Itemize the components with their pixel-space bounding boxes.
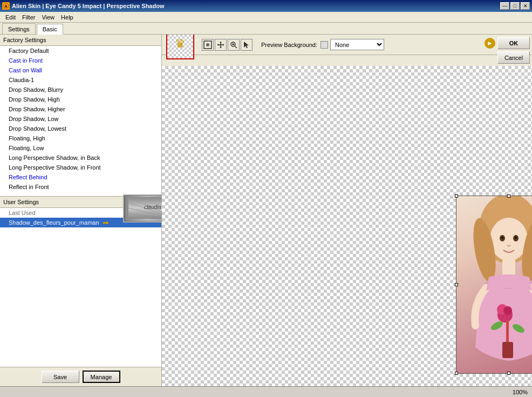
ok-button[interactable]: OK <box>497 37 530 49</box>
preview-bg-select[interactable]: None White Black Custom <box>330 39 384 50</box>
svg-text:claudia: claudia <box>144 204 161 210</box>
menu-filter[interactable]: Filter <box>19 13 38 22</box>
right-toolbar: ♛ <box>162 35 532 55</box>
ok-cancel-area: ► OK Cancel <box>485 37 530 64</box>
maximize-button[interactable]: □ <box>510 2 520 10</box>
subject-image <box>456 196 532 373</box>
zoom-icon-button[interactable] <box>228 39 240 51</box>
svg-point-11 <box>206 43 209 46</box>
list-item-long-persp-back[interactable]: Long Perspective Shadow, in Back <box>0 153 161 163</box>
svg-rect-26 <box>502 342 513 358</box>
list-item-factory-default[interactable]: Factory Default <box>0 46 161 56</box>
left-panel: Factory Settings Factory Default Cast in… <box>0 35 162 386</box>
handle-bottom-mid[interactable] <box>507 372 510 375</box>
list-item-floating-low[interactable]: Floating, Low <box>0 143 161 153</box>
list-item-long-persp-front[interactable]: Long Perspective Shadow, in Front <box>0 163 161 172</box>
factory-settings-section: Factory Settings Factory Default Cast in… <box>0 35 161 197</box>
save-button[interactable]: Save <box>42 371 79 383</box>
tabs-bar: Settings Basic <box>0 23 532 35</box>
bottom-buttons: Save Manage <box>0 367 161 386</box>
svg-line-13 <box>235 46 237 48</box>
preview-area <box>162 66 532 386</box>
svg-point-31 <box>501 237 503 239</box>
minimize-button[interactable]: — <box>500 2 509 10</box>
status-bar: 100% <box>0 386 532 397</box>
handle-top-left[interactable] <box>455 194 458 198</box>
list-item-drop-shadow-blurry[interactable]: Drop Shadow, Blurry <box>0 85 161 95</box>
factory-settings-list[interactable]: Factory Default Cast in Front Cast on Wa… <box>0 46 161 196</box>
menu-help[interactable]: Help <box>58 13 77 22</box>
tab-basic[interactable]: Basic <box>37 24 63 35</box>
pan-icon-button[interactable] <box>215 39 227 51</box>
cancel-button[interactable]: Cancel <box>497 51 530 64</box>
window-controls: — □ ✕ <box>500 2 530 10</box>
ok-button-area: ► OK <box>485 37 530 49</box>
toolbar-icons <box>202 39 253 51</box>
list-item-cast-on-wall[interactable]: Cast on Wall <box>0 65 161 75</box>
list-item-drop-shadow-low[interactable]: Drop Shadow, Low <box>0 114 161 124</box>
svg-text:A: A <box>4 4 7 8</box>
factory-settings-header: Factory Settings <box>0 35 161 46</box>
ok-arrow-icon: ► <box>485 38 495 49</box>
subject-container[interactable] <box>456 196 532 374</box>
preview-thumbnail: ♛ <box>166 35 194 59</box>
list-item-drop-shadow-lowest[interactable]: Drop Shadow, Lowest <box>0 124 161 133</box>
menu-bar: Edit Filter View Help <box>0 12 532 23</box>
app-icon: A <box>2 2 10 10</box>
svg-point-24 <box>503 306 512 315</box>
svg-rect-21 <box>502 260 515 276</box>
manage-button[interactable]: Manage <box>83 371 120 383</box>
list-item-cast-in-front[interactable]: Cast in Front <box>0 56 161 65</box>
list-item-claudia1[interactable]: Claudia-1 <box>0 75 161 85</box>
menu-edit[interactable]: Edit <box>2 13 19 22</box>
main-container: Factory Settings Factory Default Cast in… <box>0 35 532 386</box>
arrow-right-icon: ➡ <box>103 218 109 227</box>
list-item-reflect-in-front[interactable]: Reflect in Front <box>0 182 161 192</box>
handle-mid-left[interactable] <box>455 283 458 286</box>
list-item-drop-shadow-high[interactable]: Drop Shadow, High <box>0 95 161 104</box>
preview-bg-label: Preview Background: <box>261 42 317 48</box>
handle-top-mid[interactable] <box>507 194 510 198</box>
close-button[interactable]: ✕ <box>521 2 530 10</box>
selected-setting-label: Shadow_des_fleurs_pour_maman <box>9 218 99 227</box>
handle-bottom-left[interactable] <box>455 372 458 375</box>
list-item-reflect-behind[interactable]: Reflect Behind <box>0 172 161 182</box>
select-icon-button[interactable] <box>241 39 253 51</box>
list-item-floating-high[interactable]: Floating, High <box>0 133 161 143</box>
list-item-drop-shadow-higher[interactable]: Drop Shadow, Higher <box>0 104 161 114</box>
svg-point-18 <box>490 218 528 261</box>
title-bar-text: A Alien Skin | Eye Candy 5 Impact | Pers… <box>2 2 164 10</box>
tab-settings[interactable]: Settings <box>2 23 36 34</box>
preview-icon-button[interactable] <box>202 39 214 51</box>
svg-text:♛: ♛ <box>175 37 186 50</box>
svg-point-32 <box>515 237 517 239</box>
window-title: Alien Skin | Eye Candy 5 Impact | Perspe… <box>12 3 164 9</box>
zoom-level: 100% <box>513 389 528 395</box>
title-bar: A Alien Skin | Eye Candy 5 Impact | Pers… <box>0 0 532 12</box>
right-panel: ♛ <box>162 35 532 386</box>
menu-view[interactable]: View <box>38 13 58 22</box>
